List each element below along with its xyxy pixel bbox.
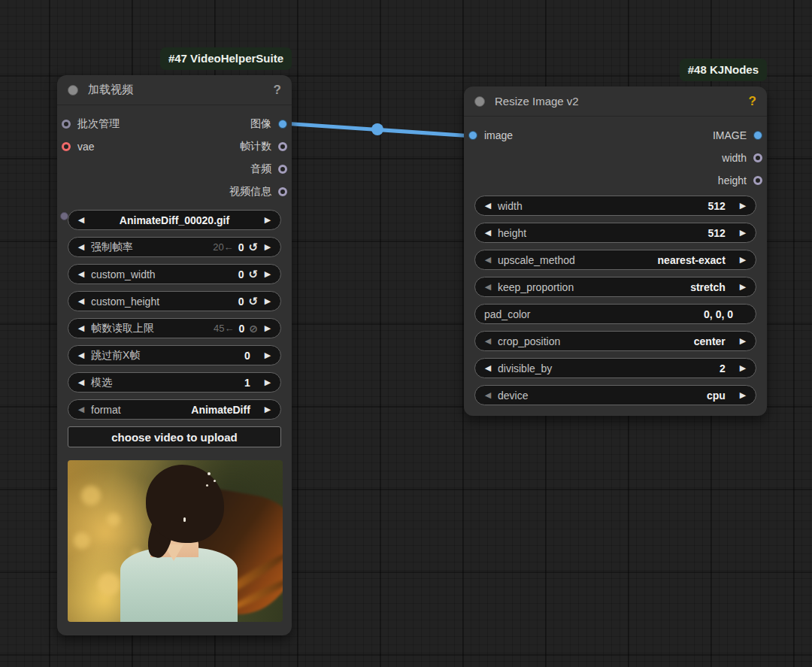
help-icon[interactable]: ?: [274, 83, 281, 98]
refresh-icon[interactable]: ↺: [248, 296, 258, 307]
prev-value-arrow-icon[interactable]: ◀: [483, 390, 493, 400]
link-midpoint-dot: [371, 123, 383, 135]
node-header[interactable]: Resize Image v2 ?: [464, 86, 767, 117]
increment-arrow-icon[interactable]: ▶: [262, 350, 273, 360]
slot-dot[interactable]: [468, 131, 477, 140]
output-slot-frame-count[interactable]: 帧计数: [240, 140, 287, 153]
preview-dress: [120, 547, 238, 622]
output-slot-video-info[interactable]: 视频信息: [229, 185, 287, 199]
slot-dot[interactable]: [753, 153, 762, 162]
refresh-icon[interactable]: ↺: [248, 268, 258, 280]
input-slot-vae[interactable]: vae: [62, 141, 95, 153]
widget-pad-color[interactable]: ◀ pad_color 0, 0, 0 ▶: [474, 304, 756, 324]
preview-earring: [183, 517, 186, 522]
output-slot-width[interactable]: width: [722, 152, 762, 164]
prev-value-arrow-icon[interactable]: ◀: [76, 215, 86, 225]
widget-video-file-combo[interactable]: ◀ AnimateDiff_00020.gif ▶: [68, 210, 281, 230]
preview-bokeh-dot: [81, 486, 101, 505]
widget-height[interactable]: ◀ height 512 . ▶: [474, 223, 756, 243]
prev-value-arrow-icon[interactable]: ◀: [483, 336, 493, 346]
slot-dot[interactable]: [278, 187, 287, 196]
help-icon[interactable]: ?: [749, 94, 756, 109]
increment-arrow-icon[interactable]: ▶: [738, 363, 748, 373]
widget-label: upscale_method: [498, 254, 575, 266]
widget-value: 0: [238, 268, 244, 280]
decrement-arrow-icon[interactable]: ◀: [76, 323, 86, 333]
widget-override-hint: 20←: [213, 241, 233, 253]
prev-value-arrow-icon[interactable]: ◀: [483, 282, 493, 292]
prev-value-arrow-icon[interactable]: ◀: [483, 255, 493, 265]
slot-row: height: [464, 169, 767, 192]
slot-dot[interactable]: [62, 142, 71, 151]
node-id-badge: #48 KJNodes: [680, 59, 767, 81]
collapse-dot-icon[interactable]: [474, 96, 485, 107]
node-load-video[interactable]: #47 VideoHelperSuite 加载视频 ? 批次管理 图像: [57, 75, 292, 635]
widget-custom-height[interactable]: ◀ custom_height 0 ↺ ▶: [68, 291, 281, 311]
decrement-arrow-icon[interactable]: ◀: [483, 201, 493, 211]
widget-value: 0: [238, 323, 244, 335]
decrement-arrow-icon[interactable]: ◀: [76, 377, 86, 387]
widget-input-socket[interactable]: [60, 212, 68, 220]
widget-custom-width[interactable]: ◀ custom_width 0 ↺ ▶: [68, 264, 281, 284]
slot-label: 图像: [250, 117, 271, 131]
slot-dot[interactable]: [278, 165, 287, 174]
output-slot-image[interactable]: IMAGE: [713, 129, 762, 141]
increment-arrow-icon[interactable]: ▶: [738, 201, 748, 211]
slot-dot[interactable]: [753, 131, 762, 140]
input-slot-image[interactable]: image: [468, 129, 513, 141]
widget-value: 0: [238, 241, 244, 253]
node-graph-canvas[interactable]: #47 VideoHelperSuite 加载视频 ? 批次管理 图像: [0, 0, 812, 667]
next-value-arrow-icon[interactable]: ▶: [738, 336, 748, 346]
next-value-arrow-icon[interactable]: ▶: [738, 282, 748, 292]
node-header[interactable]: 加载视频 ?: [57, 75, 292, 105]
widget-crop-position[interactable]: ◀ crop_position center . ▶: [474, 331, 756, 351]
slot-label: 音频: [250, 162, 271, 176]
widget-keep-proportion[interactable]: ◀ keep_proportion stretch . ▶: [474, 277, 756, 297]
increment-arrow-icon[interactable]: ▶: [262, 296, 273, 306]
widget-width[interactable]: ◀ width 512 . ▶: [474, 196, 756, 216]
slot-label: image: [484, 129, 513, 141]
widget-value: 2: [720, 362, 726, 374]
next-value-arrow-icon[interactable]: ▶: [738, 255, 748, 265]
increment-arrow-icon[interactable]: ▶: [262, 377, 273, 387]
next-value-arrow-icon[interactable]: ▶: [738, 390, 748, 400]
widget-force-rate[interactable]: ◀ 强制帧率 20← 0 ↺ ▶: [68, 237, 281, 257]
increment-arrow-icon[interactable]: ▶: [262, 242, 273, 252]
widget-divisible-by[interactable]: ◀ divisible_by 2 . ▶: [474, 358, 756, 378]
widget-label: keep_proportion: [498, 281, 574, 293]
widget-label: pad_color: [484, 308, 531, 320]
slot-dot[interactable]: [278, 142, 287, 151]
widget-label: device: [498, 390, 528, 402]
widget-select-every-nth[interactable]: ◀ 模选 1 . ▶: [68, 372, 281, 393]
decrement-arrow-icon[interactable]: ◀: [483, 363, 493, 373]
prev-value-arrow-icon[interactable]: ◀: [76, 405, 86, 414]
widget-upscale-method[interactable]: ◀ upscale_method nearest-exact . ▶: [474, 250, 756, 270]
slot-dot[interactable]: [278, 120, 287, 129]
increment-arrow-icon[interactable]: ▶: [738, 228, 748, 238]
decrement-arrow-icon[interactable]: ◀: [483, 228, 493, 238]
slot-dot[interactable]: [62, 120, 71, 129]
next-value-arrow-icon[interactable]: ▶: [262, 405, 273, 414]
widget-frame-load-cap[interactable]: ◀ 帧数读取上限 45← 0 ⊘ ▶: [68, 318, 281, 338]
slot-dot[interactable]: [753, 176, 762, 185]
decrement-arrow-icon[interactable]: ◀: [76, 296, 86, 306]
decrement-arrow-icon[interactable]: ◀: [76, 269, 86, 279]
increment-arrow-icon[interactable]: ▶: [262, 323, 273, 333]
decrement-arrow-icon[interactable]: ◀: [76, 242, 86, 252]
widget-skip-first-frames[interactable]: ◀ 跳过前X帧 0 . ▶: [68, 345, 281, 365]
input-slot-batch-manager[interactable]: 批次管理: [62, 117, 120, 131]
increment-arrow-icon[interactable]: ▶: [262, 269, 273, 279]
choose-video-upload-button[interactable]: choose video to upload: [68, 426, 281, 447]
output-slot-height[interactable]: height: [718, 174, 762, 186]
output-slot-image[interactable]: 图像: [250, 117, 287, 131]
decrement-arrow-icon[interactable]: ◀: [76, 350, 86, 360]
output-slot-audio[interactable]: 音频: [250, 162, 287, 176]
widget-value: stretch: [690, 281, 726, 293]
refresh-icon[interactable]: ↺: [248, 241, 258, 253]
node-resize-image-v2[interactable]: #48 KJNodes Resize Image v2 ? image IMAG…: [464, 86, 767, 416]
collapse-dot-icon[interactable]: [68, 85, 78, 96]
widget-device[interactable]: ◀ device cpu . ▶: [474, 385, 756, 405]
widget-format[interactable]: ◀ format AnimateDiff . ▶: [68, 399, 281, 420]
preview-hair-accessory: [214, 480, 216, 482]
next-value-arrow-icon[interactable]: ▶: [262, 215, 273, 225]
